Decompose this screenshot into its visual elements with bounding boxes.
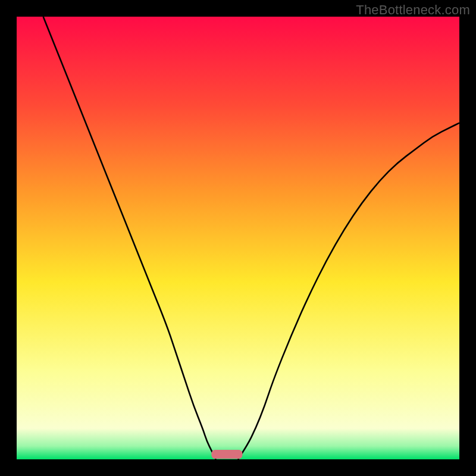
gradient-background	[17, 17, 459, 459]
bottleneck-marker	[211, 450, 242, 459]
chart-frame: TheBottleneck.com	[0, 0, 476, 476]
watermark-text: TheBottleneck.com	[356, 2, 470, 18]
chart-svg	[17, 17, 459, 459]
plot-area	[17, 17, 459, 459]
